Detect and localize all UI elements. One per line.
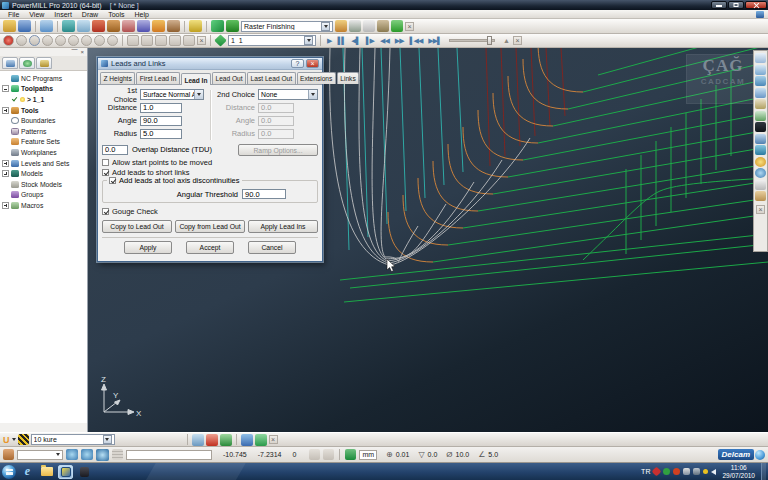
export-icon[interactable] xyxy=(62,20,75,32)
first-choice-select[interactable]: Surface Normal Arc xyxy=(140,89,204,100)
models-expand-icon[interactable] xyxy=(2,170,9,177)
zoom-in-icon[interactable] xyxy=(755,99,766,109)
shank-icon[interactable] xyxy=(18,434,29,445)
boundary-icon[interactable] xyxy=(122,20,135,32)
taskbar-explorer[interactable] xyxy=(39,465,54,479)
overlap-distance-input[interactable]: 0.0 xyxy=(102,145,128,155)
keyboard-icon[interactable] xyxy=(363,20,375,32)
menu-tools[interactable]: Tools xyxy=(103,11,129,18)
tree-item-patterns[interactable]: Patterns xyxy=(2,126,87,137)
close-button[interactable] xyxy=(745,1,767,9)
tab-explorer-recycle[interactable] xyxy=(36,57,52,69)
measure-icon[interactable] xyxy=(755,191,766,201)
view-front-icon[interactable] xyxy=(755,88,766,98)
wireframe-globe-icon[interactable] xyxy=(755,168,766,178)
start-button[interactable] xyxy=(2,465,16,479)
sim-icon-3[interactable] xyxy=(42,35,53,46)
calculator-icon[interactable] xyxy=(349,20,361,32)
sim-icon-6[interactable] xyxy=(81,35,92,46)
world-view3-icon[interactable] xyxy=(96,449,109,461)
taskbar-capture-app[interactable] xyxy=(77,465,92,479)
distance-input[interactable]: 1.0 xyxy=(140,103,182,113)
sim-icon-7[interactable] xyxy=(94,35,105,46)
levels-expand-icon[interactable] xyxy=(2,160,9,167)
tab-explorer-tree[interactable] xyxy=(2,57,18,69)
tab-last-lead-out[interactable]: Last Lead Out xyxy=(247,72,295,84)
eject-icon[interactable]: ▲ xyxy=(501,37,511,44)
tree-item-models[interactable]: Models xyxy=(2,168,87,179)
magnify-icon[interactable] xyxy=(755,134,766,144)
tree-item-nc-programs[interactable]: NC Programs xyxy=(2,73,87,84)
show-desktop-button[interactable] xyxy=(761,463,766,480)
edit-curve-icon[interactable] xyxy=(192,434,204,446)
sim-save-icon[interactable] xyxy=(169,35,181,46)
apply-lead-ins-button[interactable]: Apply Lead Ins xyxy=(248,220,318,233)
tool-magnet-icon[interactable]: U xyxy=(3,435,10,445)
fast-forward-icon[interactable]: ▶▶ xyxy=(393,37,406,45)
radius-input[interactable]: 5.0 xyxy=(140,129,182,139)
shaded-view-icon[interactable] xyxy=(755,145,766,155)
strategy-icon[interactable] xyxy=(226,20,239,32)
tree-item-boundaries[interactable]: Boundaries xyxy=(2,115,87,126)
tray-icon-1[interactable] xyxy=(652,467,662,477)
macros-expand-icon[interactable] xyxy=(2,202,9,209)
dialog-title-bar[interactable]: Leads and Links ? × xyxy=(98,58,322,70)
tool-dropdown-caret[interactable] xyxy=(12,438,16,441)
minimize-button[interactable] xyxy=(711,1,727,9)
slider-thumb[interactable] xyxy=(487,36,492,45)
pause-icon[interactable]: ▌▌ xyxy=(335,37,347,44)
go-end-icon[interactable]: ▶▶▌ xyxy=(426,37,443,45)
menu-draw[interactable]: Draw xyxy=(77,11,103,18)
volume-icon[interactable] xyxy=(711,469,716,475)
tab-links[interactable]: Links xyxy=(337,72,359,84)
collision-icon[interactable] xyxy=(377,20,389,32)
tree-item-feature-sets[interactable]: Feature Sets xyxy=(2,137,87,148)
second-choice-select[interactable]: None xyxy=(258,89,318,100)
tab-first-lead-in[interactable]: First Lead In xyxy=(136,72,180,84)
tree-item-toolpath-1-1[interactable]: > 1_1 xyxy=(2,94,87,105)
toolbar-close-icon[interactable]: × xyxy=(405,22,414,31)
toolpath-combo[interactable]: 1_1 xyxy=(228,35,316,46)
toolpath-create-icon[interactable] xyxy=(107,20,120,32)
view-iso2-icon[interactable] xyxy=(755,65,766,75)
sim-speed-slider[interactable] xyxy=(449,39,495,42)
grid-snap-icon[interactable] xyxy=(112,449,123,460)
taskbar-clock[interactable]: 11:06 29/07/2010 xyxy=(719,464,758,479)
panel-close-icon[interactable]: × xyxy=(80,49,84,55)
status-grid2-icon[interactable] xyxy=(309,449,320,460)
tray-icon-3[interactable] xyxy=(673,468,680,475)
tray-icon-5[interactable] xyxy=(693,468,700,475)
menu-insert[interactable]: Insert xyxy=(49,11,77,18)
tree-item-toolpaths[interactable]: Toolpaths xyxy=(2,84,87,95)
highlight-icon[interactable] xyxy=(755,157,766,167)
playback-close-icon[interactable]: × xyxy=(513,36,522,45)
strategy-combo-arrow[interactable] xyxy=(321,22,330,31)
maximize-button[interactable] xyxy=(728,1,744,9)
tree-item-workplanes[interactable]: Workplanes xyxy=(2,147,87,158)
tab-lead-out[interactable]: Lead Out xyxy=(212,72,246,84)
pattern-icon[interactable] xyxy=(137,20,150,32)
tab-explorer-web[interactable] xyxy=(19,57,35,69)
print-icon[interactable] xyxy=(40,20,53,32)
taskbar-powermill[interactable] xyxy=(58,465,73,479)
clipboard-icon[interactable] xyxy=(167,20,180,32)
tray-icon-6[interactable] xyxy=(703,469,708,474)
sim-icon-8[interactable] xyxy=(107,35,118,46)
status-block-icon[interactable] xyxy=(3,449,14,460)
world-view1-icon[interactable] xyxy=(66,449,78,460)
dialog-help-button[interactable]: ? xyxy=(291,59,304,68)
tab-z-heights[interactable]: Z Heights xyxy=(100,72,135,84)
view-iso1-icon[interactable] xyxy=(755,53,766,63)
status-pencil-icon[interactable] xyxy=(323,449,334,460)
sim-icon-2[interactable] xyxy=(29,35,40,46)
status-combo[interactable] xyxy=(17,450,63,460)
toolpath-combo-arrow[interactable] xyxy=(304,36,313,45)
active-tool-combo[interactable]: 10 kure xyxy=(31,434,115,445)
view-top-icon[interactable] xyxy=(755,76,766,86)
start-point-flag-icon[interactable] xyxy=(206,434,218,446)
tool-toolbar-close-icon[interactable]: × xyxy=(269,435,278,444)
cancel-button[interactable]: Cancel xyxy=(248,241,296,254)
mirror-icon[interactable] xyxy=(391,20,403,32)
short-links-checkbox[interactable] xyxy=(102,169,109,176)
menu-help[interactable]: Help xyxy=(130,11,154,18)
